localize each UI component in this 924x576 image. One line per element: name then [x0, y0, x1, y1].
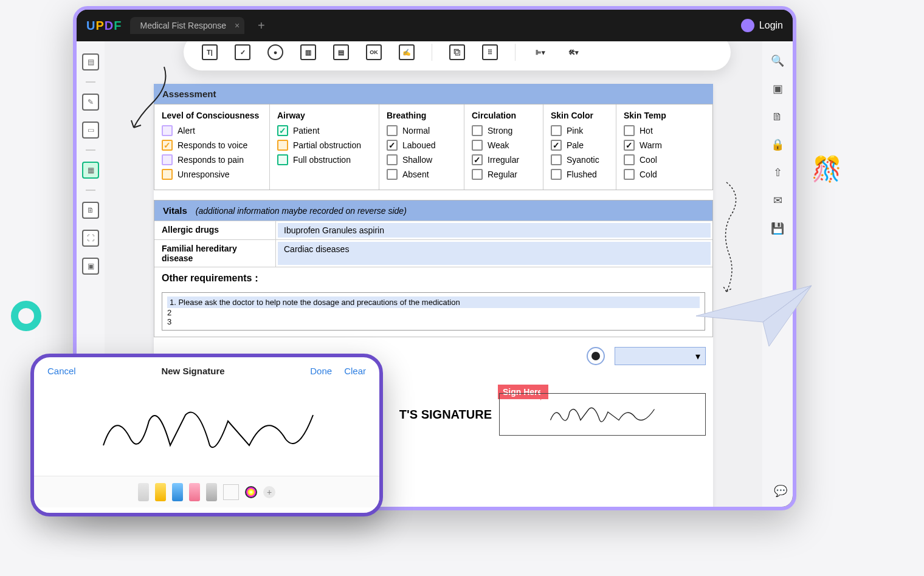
option-label: Cold — [640, 170, 657, 179]
other-label: Other requirements： — [154, 267, 712, 290]
phone-overlay: Cancel New Signature Done Clear + — [30, 354, 383, 516]
checkbox[interactable] — [162, 154, 173, 165]
checkbox[interactable] — [472, 169, 483, 180]
checkbox-icon[interactable]: ✓ — [235, 44, 250, 60]
familial-value[interactable]: Cardiac diseases — [278, 242, 711, 265]
toolbar-divider — [432, 44, 432, 61]
checkbox[interactable] — [277, 140, 288, 151]
rail-layers-icon[interactable]: ▣ — [82, 258, 99, 275]
option-label: Responds to pain — [178, 155, 244, 165]
checkbox[interactable] — [624, 140, 635, 151]
ruler-tool[interactable] — [223, 484, 239, 500]
radio-dot — [591, 352, 600, 360]
signature-icon[interactable]: ✍ — [399, 44, 415, 60]
col-title: Circulation — [472, 111, 536, 120]
signature-canvas[interactable] — [34, 385, 379, 476]
pen-tool-3[interactable] — [172, 483, 183, 501]
decoration-plane — [690, 279, 818, 352]
option-label: Unresponsive — [178, 170, 230, 179]
ocr-icon[interactable]: ▣ — [770, 81, 785, 96]
option-label: Normal — [402, 126, 430, 135]
checkbox[interactable] — [472, 140, 483, 151]
titlebar: UPDF Medical Fist Response × + Login — [77, 10, 793, 41]
close-tab-icon[interactable]: × — [235, 21, 240, 30]
rail-edit-icon[interactable]: ✎ — [82, 94, 99, 111]
checkbox[interactable] — [551, 169, 562, 180]
listbox-icon[interactable]: ▤ — [333, 44, 349, 60]
checkbox[interactable] — [472, 154, 483, 165]
copy-icon[interactable]: ⿻ — [449, 44, 465, 60]
option-label: Full obstruction — [293, 155, 351, 165]
assessment-grid: Level of Consciousness Alert Responds to… — [154, 104, 713, 190]
option-label: Partial obstruction — [293, 140, 361, 150]
option-label: Absent — [402, 170, 429, 179]
checkbox[interactable] — [551, 125, 562, 136]
search-icon[interactable]: 🔍 — [770, 53, 785, 68]
checkbox[interactable] — [551, 140, 562, 151]
add-tool-button[interactable]: + — [263, 486, 275, 498]
other-requirements-box[interactable]: 1. Please ask the doctor to help note th… — [162, 292, 705, 331]
color-picker[interactable] — [245, 486, 257, 498]
checkbox[interactable] — [387, 140, 398, 151]
rail-organize-icon[interactable]: 🗎 — [82, 202, 99, 219]
pen-tool-2[interactable] — [155, 483, 166, 501]
rail-form-icon[interactable]: ▦ — [82, 162, 99, 179]
vitals-table: Vitals (additional information maybe rec… — [154, 200, 713, 337]
checkbox[interactable] — [387, 169, 398, 180]
checkbox[interactable] — [624, 169, 635, 180]
comment-icon[interactable]: 💬 — [773, 484, 788, 498]
allergic-value[interactable]: Ibuprofen Granules aspirin — [278, 223, 711, 238]
radio-icon[interactable]: ● — [267, 44, 283, 60]
text-field-icon[interactable]: T| — [202, 44, 218, 60]
align-icon[interactable]: ⊫▾ — [533, 44, 548, 60]
new-tab-button[interactable]: + — [253, 19, 270, 33]
dropdown-icon[interactable]: ▥ — [300, 44, 316, 60]
clear-button[interactable]: Clear — [344, 366, 366, 376]
other-line-1: 1. Please ask the doctor to help note th… — [167, 297, 700, 308]
option-label: Shallow — [402, 155, 432, 165]
eraser-tool[interactable] — [189, 483, 200, 501]
checkbox[interactable] — [624, 125, 635, 136]
col-title: Skin Color — [551, 111, 609, 120]
done-button[interactable]: Done — [310, 366, 332, 376]
pen-tool-1[interactable] — [138, 483, 149, 501]
checkbox[interactable] — [277, 154, 288, 165]
mail-icon[interactable]: ✉ — [770, 193, 785, 208]
option-label: Strong — [488, 126, 512, 135]
save-icon[interactable]: 💾 — [770, 221, 785, 236]
button-icon[interactable]: OK — [366, 44, 382, 60]
share-icon[interactable]: ⇧ — [770, 165, 785, 180]
checkbox[interactable] — [162, 140, 173, 151]
checkbox[interactable] — [551, 154, 562, 165]
option-label: Responds to voice — [178, 140, 247, 150]
grid-icon[interactable]: ⠿ — [482, 44, 498, 60]
option-label: Irregular — [488, 155, 519, 165]
cancel-button[interactable]: Cancel — [47, 366, 76, 376]
allergic-label: Allergic drugs — [154, 221, 276, 239]
phone-toolbar: + — [34, 476, 379, 507]
signature-field[interactable] — [499, 393, 706, 436]
phone-header: Cancel New Signature Done Clear — [34, 357, 379, 385]
checkbox[interactable] — [624, 154, 635, 165]
option-label: Syanotic — [567, 155, 599, 165]
protect-icon[interactable]: 🔒 — [770, 137, 785, 152]
other-line-3: 3 — [167, 317, 700, 326]
document-tab[interactable]: Medical Fist Response × — [130, 17, 244, 34]
pencil-tool[interactable] — [206, 483, 217, 501]
signature-drawing-icon — [97, 397, 316, 464]
checkbox[interactable] — [387, 125, 398, 136]
option-label: Patient — [293, 126, 320, 135]
option-label: Laboued — [402, 140, 436, 150]
option-label: Hot — [640, 126, 653, 135]
checkbox[interactable] — [162, 169, 173, 180]
rail-crop-icon[interactable]: ⛶ — [82, 230, 99, 247]
checkbox[interactable] — [387, 154, 398, 165]
tools-icon[interactable]: 🛠▾ — [565, 44, 581, 60]
checkbox[interactable] — [472, 125, 483, 136]
radio-field[interactable] — [587, 347, 605, 365]
checkbox[interactable] — [277, 125, 288, 136]
login-button[interactable]: Login — [741, 19, 783, 32]
rail-annotate-icon[interactable]: ▭ — [82, 122, 99, 139]
convert-icon[interactable]: 🗎 — [770, 109, 785, 124]
rail-reader-icon[interactable]: ▤ — [82, 53, 99, 70]
